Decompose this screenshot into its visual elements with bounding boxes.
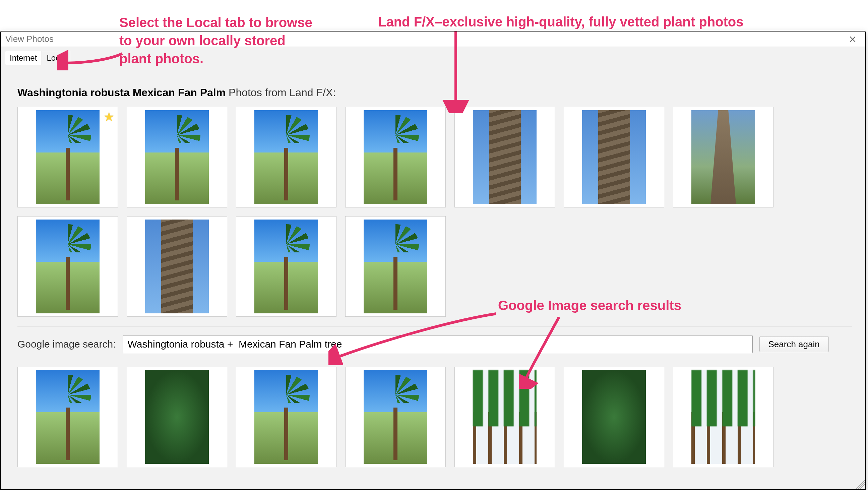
search-again-button[interactable]: Search again (760, 336, 829, 352)
google-photo-grid (18, 367, 852, 467)
photo-thumb-g-palm-4[interactable] (345, 367, 446, 467)
photo-image (145, 219, 209, 313)
tab-internet[interactable]: Internet (5, 51, 42, 65)
dialog-titlebar: View Photos (1, 31, 865, 47)
photo-thumb-g-palm-silhouettes-7[interactable] (673, 367, 774, 467)
photo-image (582, 370, 646, 464)
photo-thumb-palm-full-1[interactable]: ★ (18, 107, 118, 208)
section-divider (18, 326, 852, 327)
photo-image (145, 110, 209, 204)
photo-thumb-palm-avenue-11[interactable] (345, 216, 446, 317)
photo-thumb-palm-trunk-fiber-6[interactable] (564, 107, 664, 208)
photo-image (36, 370, 99, 464)
google-search-input[interactable] (123, 335, 753, 353)
photo-thumb-g-palm-2[interactable] (127, 367, 227, 467)
photo-thumb-palm-grove-10[interactable] (236, 216, 337, 317)
plant-name: Washingtonia robusta Mexican Fan Palm (18, 87, 225, 98)
photo-thumb-palm-street-2[interactable] (127, 107, 227, 208)
tab-local[interactable]: Local (42, 51, 70, 65)
photo-image (145, 370, 209, 464)
photo-image (364, 370, 427, 464)
photo-thumb-palm-crown-9[interactable] (127, 216, 227, 317)
photo-image (364, 219, 427, 313)
content-scroll[interactable]: Washingtonia robusta Mexican Fan Palm Ph… (1, 66, 865, 489)
photo-image (254, 370, 318, 464)
close-icon (849, 35, 856, 43)
annotation-text: Land F/X–exclusive high-quality, fully v… (378, 14, 744, 29)
landfx-photo-grid: ★ (18, 107, 852, 317)
photo-image (582, 110, 646, 204)
photo-image (36, 110, 99, 204)
photo-thumb-g-palm-leaves-6[interactable] (564, 367, 664, 467)
tabs-row: Internet Local (1, 47, 865, 65)
photo-thumb-palm-trunk-5[interactable] (455, 107, 555, 208)
star-icon: ★ (103, 110, 114, 124)
photo-image (691, 110, 755, 204)
photo-image (364, 110, 427, 204)
photo-thumb-g-palm-1[interactable] (18, 367, 118, 467)
photo-image (254, 219, 318, 313)
annotation-landfx: Land F/X–exclusive high-quality, fully v… (378, 13, 744, 31)
landfx-heading: Washingtonia robusta Mexican Fan Palm Ph… (18, 87, 852, 99)
resize-grip[interactable] (856, 480, 865, 489)
view-photos-dialog: View Photos Internet Local Washingtonia … (0, 31, 866, 490)
photo-image (36, 219, 99, 313)
source-tabs: Internet Local (5, 51, 71, 65)
photo-thumb-g-palm-group-3[interactable] (236, 367, 337, 467)
close-button[interactable] (846, 33, 859, 45)
google-search-row: Google image search: Search again (18, 335, 852, 353)
photo-thumb-palm-city-4[interactable] (345, 107, 446, 208)
photo-thumb-g-palm-row-5[interactable] (455, 367, 555, 467)
photo-image (473, 110, 536, 204)
photo-thumb-palm-mountains-3[interactable] (236, 107, 337, 208)
photo-image (254, 110, 318, 204)
photo-image (473, 370, 536, 464)
google-search-label: Google image search: (18, 338, 116, 350)
photo-thumb-palm-full-8[interactable] (18, 216, 118, 317)
photo-thumb-palm-base-7[interactable] (673, 107, 774, 208)
heading-suffix: Photos from Land F/X: (225, 87, 336, 98)
dialog-title: View Photos (5, 34, 54, 44)
photo-image (691, 370, 755, 464)
